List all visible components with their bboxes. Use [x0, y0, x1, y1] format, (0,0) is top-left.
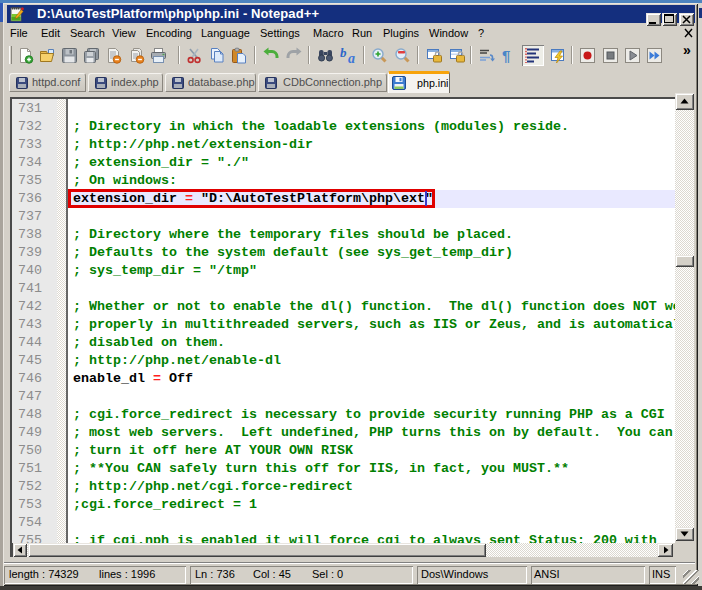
svg-text:¶: ¶ — [502, 47, 510, 64]
svg-text:b: b — [340, 47, 347, 60]
svg-text:a: a — [348, 51, 355, 64]
